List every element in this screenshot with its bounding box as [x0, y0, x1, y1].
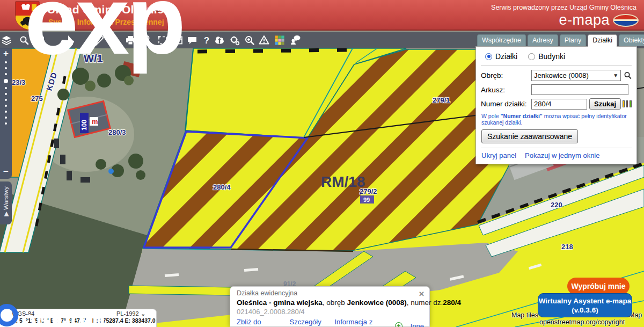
site-title: Urząd Gminy Oleśnica — [47, 3, 170, 16]
obreb-select[interactable]: Jenkowice (0008) ▼ — [531, 70, 621, 81]
parcel-id: 021406_2.0008.280/4 — [237, 308, 424, 316]
zoom-out-button[interactable]: − — [3, 167, 9, 177]
legend-yellow-swatch[interactable] — [623, 100, 625, 107]
svg-text:279/2: 279/2 — [360, 187, 377, 195]
header-badge-icon[interactable]: x — [154, 4, 162, 12]
svg-text:279/1: 279/1 — [433, 96, 450, 104]
tab-dzialki[interactable]: Działki — [588, 34, 617, 47]
metric-coordinates: N: 375287.4 E: 383437.0 — [92, 317, 156, 324]
radio-budynki-label: Budynki — [538, 52, 565, 61]
zoom-level-dots[interactable] — [4, 61, 8, 125]
pan-hand-icon[interactable] — [40, 36, 45, 44]
municipality-crest — [14, 1, 41, 30]
svg-text:23/3: 23/3 — [12, 78, 25, 86]
hide-panel-link[interactable]: Ukryj panel — [481, 151, 516, 159]
virtual-assistant-button[interactable]: Wirtualny Asystent e-mapa (v.0.3.6) — [538, 293, 632, 317]
details-link[interactable]: Szczegóły (I) — [289, 318, 326, 327]
svg-text:W/1: W/1 — [84, 53, 103, 64]
tab-obiekty[interactable]: Obiekty — [619, 34, 644, 46]
coordinate-bar: WGS-84 ⌄ PL-1992 ⌄ N: 51°11'56.2" E: 17°… — [0, 309, 157, 327]
geo-coordinates: N: 51°11'56.2" E: 17°19'47.5" — [12, 317, 87, 324]
select-area-icon[interactable] — [158, 36, 167, 45]
crs-left-label[interactable]: WGS-84 — [12, 310, 34, 317]
plus-circle-icon[interactable]: + — [395, 322, 402, 327]
svg-text:?: ? — [204, 35, 209, 46]
parcel-description: Oleśnica - gmina wiejska, obręb Jenkowic… — [237, 299, 424, 307]
layers-panel-tab[interactable]: ▶ Warstwy — [0, 181, 12, 224]
svg-text:218: 218 — [561, 243, 573, 251]
measure-icon[interactable] — [93, 35, 103, 45]
svg-text:RM/18: RM/18 — [321, 173, 365, 190]
emapa-brand: e-mapa — [559, 12, 610, 28]
attribution-left: Map tiles — [511, 311, 538, 319]
svg-text:275: 275 — [31, 95, 43, 103]
obreb-label: Obręb: — [481, 71, 531, 79]
zoom-control: + − — [0, 48, 12, 179]
popup-title: Działka ewidencyjna — [237, 289, 424, 297]
arkusz-input[interactable] — [531, 84, 628, 95]
header-bar: Urząd Gminy Oleśnica x System Informacji… — [0, 0, 644, 31]
cursor-icon[interactable] — [68, 35, 74, 46]
radio-budynki[interactable] — [528, 53, 535, 60]
crs-right-chevron-icon[interactable]: ⌄ — [141, 311, 145, 317]
search-panel: Współrzędne Adresy Plany Działki Obiekty… — [475, 34, 637, 164]
plan-info-link[interactable]: Informacja z planu — [334, 318, 386, 327]
zoom-plus-icon[interactable] — [246, 37, 254, 45]
app-window: 100 m 23/3 275 KDD W/1 280/3 280/4 RM/18… — [0, 0, 644, 327]
service-note: Serwis prowadzony przez Urząd Gminy Oleś… — [491, 4, 636, 11]
svg-text:100: 100 — [80, 120, 88, 130]
comment-icon[interactable] — [188, 37, 196, 44]
svg-text:m: m — [92, 118, 98, 126]
legend-red-swatch[interactable] — [626, 100, 628, 107]
warning-icon[interactable] — [260, 36, 269, 44]
advanced-search-button[interactable]: Szukanie zaawansowane — [481, 129, 578, 143]
zoom-in-button[interactable]: + — [3, 48, 9, 59]
settings-icon[interactable] — [231, 37, 239, 45]
legend-green-swatch[interactable] — [630, 100, 632, 107]
single-window-link[interactable]: Pokazuj w jednym oknie — [525, 151, 599, 159]
svg-text:220: 220 — [551, 201, 562, 209]
svg-text:280/4: 280/4 — [213, 183, 231, 191]
crs-left-chevron-icon[interactable]: ⌄ — [36, 311, 41, 317]
legend-icon[interactable] — [275, 35, 284, 45]
print-icon[interactable] — [126, 36, 135, 45]
chevron-down-icon: ▼ — [613, 72, 618, 78]
tab-adresy[interactable]: Adresy — [528, 34, 558, 46]
arkusz-label: Arkusz: — [481, 86, 531, 94]
help-icon[interactable]: ? — [204, 35, 209, 46]
site-subtitle: System Informacji Przestrzennej — [48, 18, 164, 26]
geo-system-logo-icon — [613, 14, 639, 27]
zoom-to-object-link[interactable]: Zbliż do obiektu — [237, 318, 281, 327]
tab-wspolrzedne[interactable]: Współrzędne — [477, 34, 526, 46]
parcel-info-popup: Działka ewidencyjna ✕ Oleśnica - gmina w… — [230, 286, 430, 327]
panel-tabs: Współrzędne Adresy Plany Działki Obiekty… — [475, 34, 637, 46]
try-me-bubble[interactable]: Wypróbuj mnie — [567, 278, 630, 295]
szukaj-button[interactable]: Szukaj — [589, 98, 621, 110]
numer-dzialki-input[interactable] — [531, 99, 587, 110]
radio-dzialki[interactable] — [485, 53, 492, 60]
search-lookup-icon[interactable] — [624, 71, 632, 79]
feedback-icon[interactable] — [291, 35, 301, 45]
tab-plany[interactable]: Plany — [560, 34, 586, 46]
layers-tab-label: ▶ Warstwy — [2, 181, 10, 222]
split-view-icon[interactable] — [173, 37, 182, 44]
layers-icon[interactable] — [2, 36, 11, 45]
search-hint: W pole "Numer działki" można wpisać pełn… — [481, 113, 632, 126]
crs-right-label[interactable]: PL-1992 — [116, 310, 139, 317]
other-link[interactable]: Inne — [411, 322, 424, 327]
numer-dzialki-label: Numer działki: — [481, 100, 531, 108]
location-pin-icon[interactable] — [144, 36, 149, 46]
osm-copyright-link[interactable]: openstreetmap.org/copyright — [539, 318, 625, 326]
search-icon[interactable] — [21, 37, 28, 45]
cloud-upload-icon[interactable] — [215, 37, 224, 44]
svg-text:280/3: 280/3 — [108, 128, 126, 136]
svg-text:99: 99 — [363, 197, 370, 203]
popup-close-icon[interactable]: ✕ — [419, 290, 425, 298]
radio-dzialki-label: Działki — [495, 52, 517, 61]
draw-icon[interactable] — [109, 35, 117, 45]
